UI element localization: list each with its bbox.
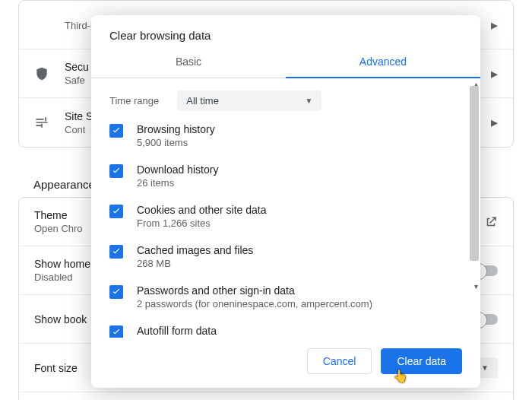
checkbox-passwords[interactable] — [109, 285, 123, 299]
scroll-down-arrow[interactable]: ▾ — [474, 282, 478, 290]
opt-title: Autofill form data — [137, 325, 217, 337]
checkbox-autofill[interactable] — [109, 325, 123, 338]
dialog-footer: Cancel Clear data 👆 — [91, 338, 480, 388]
dialog-body: ▴ ▾ Time range All time ▼ Browsing histo… — [91, 78, 480, 338]
opt-sub: 26 items — [137, 177, 218, 189]
opt-sub: 2 passwords (for oneninespace.com, amper… — [137, 298, 372, 310]
checkbox-cached[interactable] — [109, 245, 123, 259]
time-range-row: Time range All time ▼ — [109, 90, 462, 111]
checkbox-download-history[interactable] — [109, 164, 123, 178]
checkbox-cookies[interactable] — [109, 205, 123, 218]
opt-title: Browsing history — [137, 123, 215, 135]
opt-passwords[interactable]: Passwords and other sign-in data2 passwo… — [109, 284, 454, 310]
time-range-label: Time range — [109, 95, 159, 106]
mouse-cursor-icon: 👆 — [393, 369, 408, 383]
tab-advanced[interactable]: Advanced — [286, 46, 480, 78]
dialog-tabs: Basic Advanced — [91, 46, 480, 78]
tab-basic[interactable]: Basic — [91, 46, 286, 78]
opt-title: Download history — [137, 163, 218, 176]
time-range-value: All time — [186, 95, 219, 106]
dropdown-triangle-icon: ▼ — [305, 97, 312, 105]
opt-autofill[interactable]: Autofill form data — [109, 325, 454, 338]
checkbox-browsing-history[interactable] — [109, 124, 123, 138]
dialog-title: Clear browsing data — [91, 15, 480, 46]
opt-title: Cookies and other site data — [137, 204, 266, 216]
opt-title: Passwords and other sign-in data — [137, 284, 372, 297]
opt-download-history[interactable]: Download history26 items — [109, 163, 454, 189]
opt-cached[interactable]: Cached images and files268 MB — [109, 244, 454, 269]
options-list: Browsing history5,900 items Download his… — [109, 123, 462, 338]
opt-sub: 268 MB — [137, 258, 253, 269]
opt-sub: 5,900 items — [137, 137, 215, 148]
scrollbar-thumb[interactable] — [470, 86, 479, 261]
opt-title: Cached images and files — [137, 244, 253, 256]
opt-browsing-history[interactable]: Browsing history5,900 items — [109, 123, 454, 148]
clear-browsing-data-dialog: Clear browsing data Basic Advanced ▴ ▾ T… — [91, 15, 480, 388]
opt-sub: From 1,266 sites — [137, 217, 266, 229]
opt-cookies[interactable]: Cookies and other site dataFrom 1,266 si… — [109, 204, 454, 229]
time-range-select[interactable]: All time ▼ — [177, 90, 321, 111]
cancel-button[interactable]: Cancel — [307, 348, 372, 374]
